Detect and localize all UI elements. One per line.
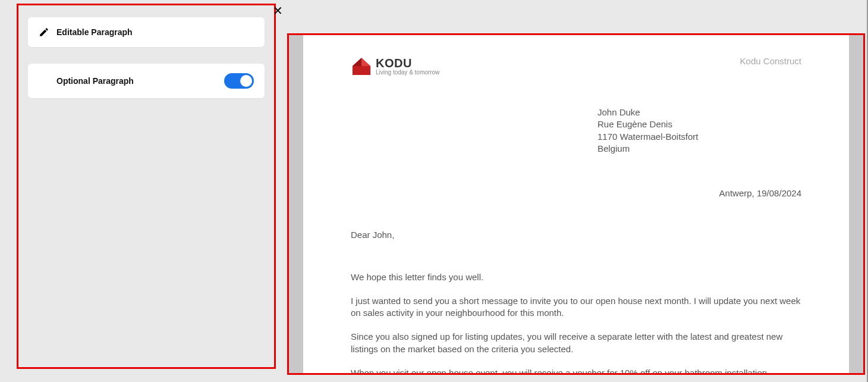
close-icon[interactable]: ✕ [273, 4, 283, 18]
house-icon [351, 55, 372, 77]
paragraph-1: I just wanted to send you a short messag… [351, 295, 801, 320]
logo-text: KODU Living today & tomorrow [376, 57, 439, 76]
recipient-city: 1170 Watermael-Boitsfort [597, 131, 801, 143]
logo-block: KODU Living today & tomorrow [351, 55, 439, 77]
recipient-street: Rue Eugène Denis [597, 118, 801, 130]
editable-paragraph-card[interactable]: Editable Paragraph [28, 17, 265, 47]
settings-sidebar: Editable Paragraph Optional Paragraph [17, 4, 276, 369]
paragraph-0: We hope this letter finds you well. [351, 271, 801, 283]
letter-body: We hope this letter finds you well. I ju… [351, 271, 801, 374]
salutation: Dear John, [351, 229, 801, 241]
recipient-block: John Duke Rue Eugène Denis 1170 Watermae… [597, 107, 801, 155]
paragraph-2: Since you also signed up for listing upd… [351, 331, 801, 355]
editable-paragraph-label: Editable Paragraph [56, 27, 254, 37]
document-preview-scroll[interactable]: KODU Living today & tomorrow Kodu Constr… [289, 35, 863, 373]
optional-paragraph-card: Optional Paragraph [28, 64, 265, 98]
recipient-country: Belgium [597, 143, 801, 155]
company-label: Kodu Construct [740, 55, 801, 67]
date-line: Antwerp, 19/08/2024 [351, 187, 801, 199]
paragraph-3: When you visit our open house event, you… [351, 367, 801, 373]
optional-paragraph-toggle[interactable] [224, 73, 254, 89]
svg-marker-2 [353, 58, 361, 66]
logo-tagline: Living today & tomorrow [376, 70, 439, 76]
recipient-name: John Duke [597, 107, 801, 118]
pencil-icon [39, 27, 49, 37]
logo-name: KODU [376, 57, 439, 69]
document-preview-frame: KODU Living today & tomorrow Kodu Constr… [287, 33, 865, 375]
svg-marker-1 [361, 58, 370, 66]
optional-paragraph-label: Optional Paragraph [56, 76, 224, 86]
document-header: KODU Living today & tomorrow Kodu Constr… [351, 55, 801, 77]
letter-document: KODU Living today & tomorrow Kodu Constr… [303, 35, 849, 373]
